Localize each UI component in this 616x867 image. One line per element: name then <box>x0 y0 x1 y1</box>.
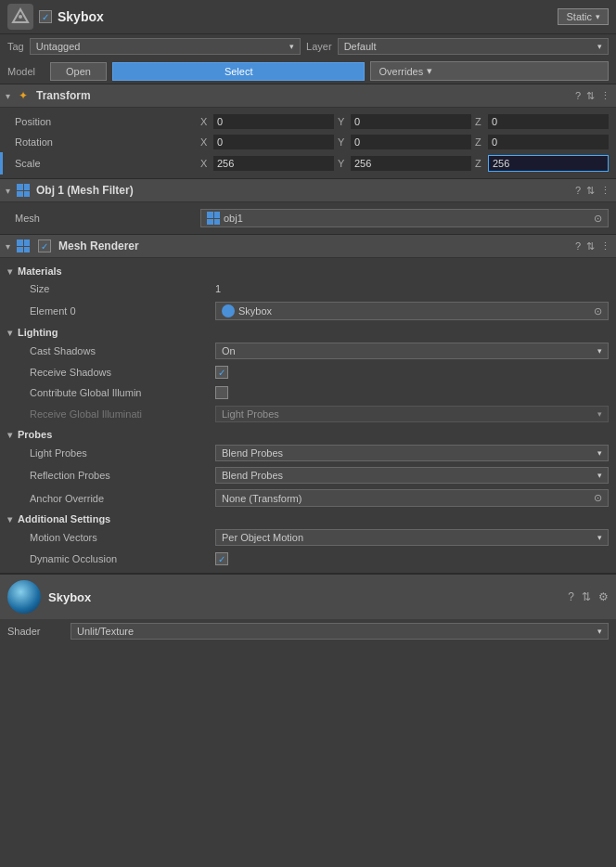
pos-x-label: X <box>200 116 212 127</box>
rotation-row: Rotation X Y Z <box>0 132 616 152</box>
mesh-filter-menu-icon[interactable]: ⋮ <box>600 185 610 197</box>
model-label: Model <box>7 66 45 77</box>
model-row: Model Open Select Overrides ▾ <box>0 58 616 84</box>
transform-help-icon[interactable]: ? <box>575 90 581 101</box>
position-x-input[interactable] <box>213 114 334 129</box>
receive-gi-value: Light Probes ▾ <box>215 406 609 422</box>
probes-subsection: ▾ Probes <box>0 425 616 442</box>
scale-z-input[interactable] <box>488 155 609 172</box>
light-probes-row: Light Probes Blend Probes ▾ <box>0 442 616 464</box>
receive-shadows-checkbox[interactable]: ✓ <box>215 366 228 379</box>
dynamic-occlusion-checkbox[interactable]: ✓ <box>215 552 228 565</box>
mesh-renderer-header[interactable]: ▾ ✓ Mesh Renderer ? ⇅ ⋮ <box>0 235 616 258</box>
shader-label: Shader <box>7 626 63 637</box>
material-gear-icon[interactable]: ⚙ <box>598 590 609 603</box>
mesh-field[interactable]: obj1 ⊙ <box>200 209 609 227</box>
anchor-override-label: Anchor Override <box>30 493 215 504</box>
receive-gi-row: Receive Global Illuminati Light Probes ▾ <box>0 403 616 425</box>
active-checkbox[interactable]: ✓ <box>39 10 52 23</box>
position-xyz: X Y Z <box>200 114 609 129</box>
object-name: Skybox <box>58 9 552 24</box>
transform-menu-icon[interactable]: ⋮ <box>600 90 610 102</box>
mesh-grid-icon <box>207 212 220 225</box>
position-z-input[interactable] <box>488 114 609 129</box>
receive-gi-dropdown[interactable]: Light Probes ▾ <box>215 406 609 422</box>
shader-dropdown[interactable]: Unlit/Texture ▾ <box>71 623 609 640</box>
dynamic-occlusion-label: Dynamic Occlusion <box>30 553 215 564</box>
scale-y-field: Y <box>338 156 471 171</box>
transform-title: Transform <box>36 89 570 102</box>
scale-x-field: X <box>200 156 334 171</box>
transform-sliders-icon[interactable]: ⇅ <box>586 90 595 102</box>
material-sliders-icon[interactable]: ⇅ <box>582 590 591 603</box>
layer-label: Layer <box>306 41 332 52</box>
contribute-gi-row: Contribute Global Illumin <box>0 382 616 403</box>
receive-shadows-label: Receive Shadows <box>30 367 215 378</box>
mesh-renderer-sliders-icon[interactable]: ⇅ <box>586 240 595 252</box>
element0-field[interactable]: Skybox ⊙ <box>215 302 609 320</box>
transform-section: ▾ ✦ Transform ? ⇅ ⋮ Position X Y Z <box>0 84 616 179</box>
reflection-probes-value: Blend Probes ▾ <box>215 467 609 484</box>
position-y-input[interactable] <box>351 114 471 129</box>
shader-row: Shader Unlit/Texture ▾ <box>0 619 616 643</box>
rotation-x-field: X <box>200 135 334 149</box>
position-row: Position X Y Z <box>0 111 616 132</box>
open-button[interactable]: Open <box>50 62 107 81</box>
mesh-filter-sliders-icon[interactable]: ⇅ <box>586 185 595 197</box>
scale-y-input[interactable] <box>351 156 471 171</box>
receive-shadows-row: Receive Shadows ✓ <box>0 362 616 382</box>
mesh-filter-title: Obj 1 (Mesh Filter) <box>36 184 570 197</box>
mesh-target-icon[interactable]: ⊙ <box>594 213 602 225</box>
scale-x-label: X <box>200 158 212 169</box>
reflection-probes-dropdown[interactable]: Blend Probes ▾ <box>215 467 609 484</box>
pos-y-label: Y <box>338 116 349 127</box>
rotation-y-input[interactable] <box>351 135 471 149</box>
mesh-renderer-section: ▾ ✓ Mesh Renderer ? ⇅ ⋮ ▾ Materials Size… <box>0 235 616 574</box>
rotation-x-input[interactable] <box>213 135 334 149</box>
mesh-renderer-help-icon[interactable]: ? <box>575 240 581 252</box>
transform-header[interactable]: ▾ ✦ Transform ? ⇅ ⋮ <box>0 84 616 108</box>
probes-collapse-icon: ▾ <box>7 430 12 440</box>
anchor-override-target-icon[interactable]: ⊙ <box>594 492 602 504</box>
additional-settings-subsection: ▾ Additional Settings <box>0 510 616 526</box>
cast-shadows-label: Cast Shadows <box>30 345 215 356</box>
static-button[interactable]: Static ▾ <box>558 8 609 25</box>
unity-logo <box>7 4 33 30</box>
mesh-renderer-checkbox[interactable]: ✓ <box>38 239 51 252</box>
cast-shadows-value: On ▾ <box>215 343 609 359</box>
layer-dropdown[interactable]: Default ▾ <box>338 38 609 55</box>
cast-shadows-arrow-icon: ▾ <box>597 346 602 356</box>
static-arrow-icon: ▾ <box>596 12 600 21</box>
transform-icon: ✦ <box>16 88 31 103</box>
element0-row: Element 0 Skybox ⊙ <box>0 299 616 323</box>
tag-arrow-icon: ▾ <box>289 42 294 51</box>
tag-dropdown[interactable]: Untagged ▾ <box>30 38 301 55</box>
overrides-button[interactable]: Overrides ▾ <box>370 61 609 81</box>
light-probes-value: Blend Probes ▾ <box>215 445 609 461</box>
mesh-filter-header[interactable]: ▾ Obj 1 (Mesh Filter) ? ⇅ ⋮ <box>0 179 616 202</box>
light-probes-dropdown[interactable]: Blend Probes ▾ <box>215 445 609 461</box>
mesh-filter-icon <box>16 183 31 198</box>
svg-point-1 <box>19 15 22 19</box>
cast-shadows-row: Cast Shadows On ▾ <box>0 340 616 362</box>
reflection-probes-arrow-icon: ▾ <box>597 471 602 480</box>
light-probes-arrow-icon: ▾ <box>597 448 602 458</box>
mesh-label: Mesh <box>15 213 200 224</box>
mesh-filter-section: ▾ Obj 1 (Mesh Filter) ? ⇅ ⋮ Mesh obj1 ⊙ <box>0 179 616 235</box>
select-button[interactable]: Select <box>112 62 366 81</box>
mesh-filter-help-icon[interactable]: ? <box>575 185 581 196</box>
rotation-z-field: Z <box>475 135 609 149</box>
contribute-gi-checkbox[interactable] <box>215 386 228 399</box>
scale-x-input[interactable] <box>213 156 334 171</box>
addl-collapse-icon: ▾ <box>7 514 12 524</box>
cast-shadows-dropdown[interactable]: On ▾ <box>215 343 609 359</box>
motion-vectors-value: Per Object Motion ▾ <box>215 529 609 546</box>
rotation-z-input[interactable] <box>488 135 609 149</box>
material-help-icon[interactable]: ? <box>568 590 574 603</box>
motion-vectors-dropdown[interactable]: Per Object Motion ▾ <box>215 529 609 546</box>
mesh-renderer-menu-icon[interactable]: ⋮ <box>600 240 610 252</box>
anchor-override-field[interactable]: None (Transform) ⊙ <box>215 489 609 507</box>
element0-target-icon[interactable]: ⊙ <box>594 305 602 317</box>
mesh-renderer-title: Mesh Renderer <box>58 239 570 252</box>
mesh-value: obj1 ⊙ <box>200 209 609 227</box>
